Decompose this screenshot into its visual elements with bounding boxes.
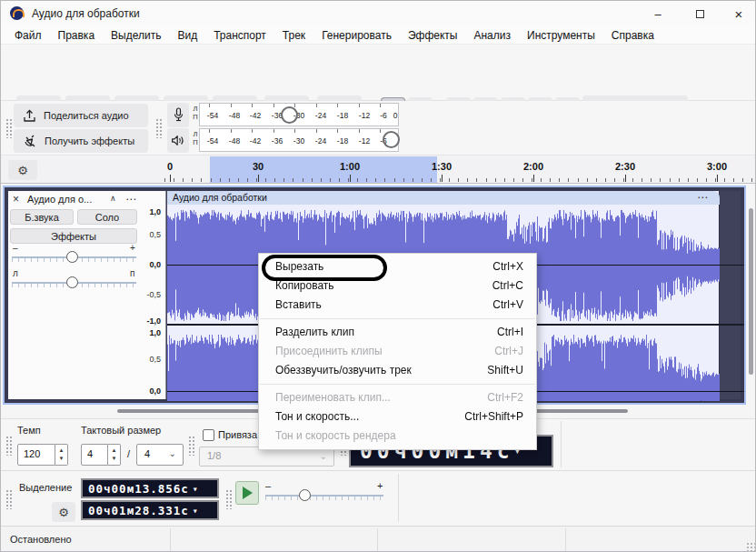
- track-collapse-icon[interactable]: ∧: [110, 194, 116, 203]
- context-item-pitch-speed[interactable]: Тон и скорость...Ctrl+Shift+P: [259, 407, 536, 427]
- spin-up-icon[interactable]: ▲: [59, 447, 65, 455]
- denominator-select[interactable]: 4⌄: [136, 444, 184, 466]
- selection-settings-button[interactable]: ⚙: [52, 502, 75, 522]
- menu-tracks[interactable]: Трек: [274, 26, 313, 45]
- context-separator: [260, 318, 535, 319]
- meter-scale-label: -18: [337, 136, 348, 146]
- beats-spinner[interactable]: ▲▼: [108, 444, 121, 466]
- context-item-shortcut: Ctrl+X: [492, 257, 523, 276]
- mute-button[interactable]: Б.звука: [10, 209, 74, 225]
- resize-grip[interactable]: [746, 542, 755, 551]
- vertical-ruler[interactable]: 1,0 0,5 0,0 -0,5 -1,0 1,0 0,5 0,0: [140, 191, 166, 399]
- vruler-label: 0,5: [149, 230, 161, 239]
- selection-start-display[interactable]: 00ч00м13.856с ▾: [81, 478, 219, 498]
- solo-label: Соло: [95, 212, 119, 223]
- menu-select[interactable]: Выделить: [103, 26, 169, 45]
- playback-speaker-icon: [171, 135, 185, 146]
- record-meter-button[interactable]: [167, 103, 189, 127]
- minimize-button[interactable]: –: [637, 1, 679, 26]
- menu-file[interactable]: Файл: [6, 26, 50, 45]
- tempo-input[interactable]: 120: [17, 444, 55, 466]
- context-item-shortcut: Ctrl+Shift+P: [464, 407, 523, 427]
- toolbar-divider: [398, 474, 399, 522]
- solo-button[interactable]: Соло: [77, 209, 137, 225]
- select-caret-icon: ⌄: [169, 448, 176, 458]
- meter-scale-label: -30: [293, 136, 304, 146]
- selection-end-caret-icon[interactable]: ▾: [193, 506, 199, 516]
- meter-scale-label: -54: [207, 136, 218, 146]
- record-meter-ticks: [209, 104, 394, 107]
- menu-help[interactable]: Справка: [603, 26, 662, 45]
- vertical-scrollbar[interactable]: [749, 208, 753, 375]
- play-at-speed-button[interactable]: [235, 481, 259, 505]
- context-separator: [260, 384, 535, 385]
- context-item-paste[interactable]: ВставитьCtrl+V: [259, 296, 536, 315]
- clip-menu-icon[interactable]: ⋯: [697, 191, 709, 204]
- menu-analyze[interactable]: Анализ: [465, 26, 519, 45]
- share-meters-row: Поделиться аудио Получить эффекты Л П -5…: [1, 101, 756, 156]
- meters-grip[interactable]: [155, 118, 162, 138]
- selection-grip[interactable]: [5, 489, 12, 509]
- context-item-split-clip[interactable]: Разделить клипCtrl+I: [259, 323, 536, 342]
- play-speed-grip[interactable]: [225, 489, 232, 509]
- effects-button[interactable]: Эффекты: [10, 228, 137, 244]
- meter-scale-label: -48: [229, 136, 240, 146]
- tempo-spinner[interactable]: ▲▼: [55, 444, 68, 466]
- annotation-oval: [262, 255, 387, 281]
- clip-header[interactable]: Аудио для обработки ⋯: [167, 191, 720, 205]
- snap-checkbox[interactable]: [203, 429, 214, 441]
- meter-scale-label: -36: [272, 136, 283, 146]
- play-speed-thumb[interactable]: [299, 489, 311, 501]
- record-meter[interactable]: -54 -48 -42 -36 -30 -24 -18 -12 -6 0: [199, 103, 399, 126]
- get-effects-button[interactable]: Получить эффекты: [14, 129, 148, 153]
- context-item-label: Разделить клип: [275, 323, 354, 342]
- timeline-label: 2:00: [523, 161, 543, 172]
- context-item-mute-unmute[interactable]: Обеззвучить/озвучить трекShift+U: [259, 361, 536, 380]
- close-button[interactable]: ×: [721, 1, 756, 26]
- meter-scale-label: -24: [315, 111, 326, 120]
- snap-grip[interactable]: [188, 436, 194, 456]
- snap-label: Привяза: [218, 429, 257, 440]
- track-close-icon[interactable]: ×: [13, 193, 19, 206]
- track-header: × Аудио для о... ∧ ⋯: [8, 193, 140, 206]
- context-item-label: Тон и скорость...: [275, 407, 359, 427]
- menu-edit[interactable]: Правка: [50, 26, 104, 45]
- track-control-panel: × Аудио для о... ∧ ⋯ Б.звука Соло Эффект…: [8, 191, 140, 399]
- timeline-minor-ticks: [164, 178, 756, 182]
- playback-meter-button[interactable]: [167, 128, 189, 153]
- snap-interval-value: 1/8: [207, 450, 221, 461]
- pan-slider-thumb[interactable]: [66, 276, 78, 288]
- menu-bar: Файл Правка Выделить Вид Транспорт Трек …: [1, 26, 756, 45]
- menu-generate[interactable]: Генерировать: [313, 26, 400, 45]
- meter-scale-label: -42: [250, 111, 261, 120]
- timeline-options-button[interactable]: ⚙: [8, 160, 37, 180]
- maximize-button[interactable]: [679, 1, 721, 26]
- spin-down-icon[interactable]: ▼: [112, 455, 117, 463]
- vruler-label: 0,0: [149, 386, 161, 396]
- gain-slider-thumb[interactable]: [66, 251, 78, 263]
- selection-start-value: 00ч00м13.856с: [88, 482, 189, 496]
- track-menu-icon[interactable]: ⋯: [125, 193, 137, 206]
- track-name[interactable]: Аудио для о...: [27, 194, 92, 205]
- menu-effects[interactable]: Эффекты: [400, 26, 466, 45]
- spin-up-icon[interactable]: ▲: [112, 447, 117, 455]
- timeline-ruler[interactable]: ⚙ 0 30 1:00 1:30 2:00 2:30 3:00: [1, 156, 756, 184]
- play-speed-slider-ticks: [265, 497, 383, 500]
- selection-start-caret-icon[interactable]: ▾: [193, 484, 199, 494]
- gain-minus-label: –: [13, 243, 18, 253]
- menu-view[interactable]: Вид: [169, 26, 205, 45]
- menu-transport[interactable]: Транспорт: [205, 26, 274, 45]
- tempo-grip[interactable]: [5, 436, 12, 456]
- spin-down-icon[interactable]: ▼: [59, 455, 65, 463]
- beats-input[interactable]: 4: [81, 444, 108, 466]
- share-grip[interactable]: [5, 118, 12, 138]
- share-audio-button[interactable]: Поделиться аудио: [14, 104, 148, 127]
- clip-title: Аудио для обработки: [173, 192, 267, 203]
- context-item-join-clips: Присоединить клипыCtrl+J: [259, 342, 536, 361]
- share-icon: [23, 109, 36, 123]
- context-item-shortcut: Ctrl+J: [494, 342, 523, 361]
- menu-tools[interactable]: Инструменты: [519, 26, 603, 45]
- playback-meter[interactable]: -54 -48 -42 -36 -30 -24 -18 -12 -6: [199, 128, 399, 152]
- selection-end-display[interactable]: 00ч01м28.331с ▾: [81, 500, 219, 520]
- vruler-label: 1,0: [149, 207, 161, 216]
